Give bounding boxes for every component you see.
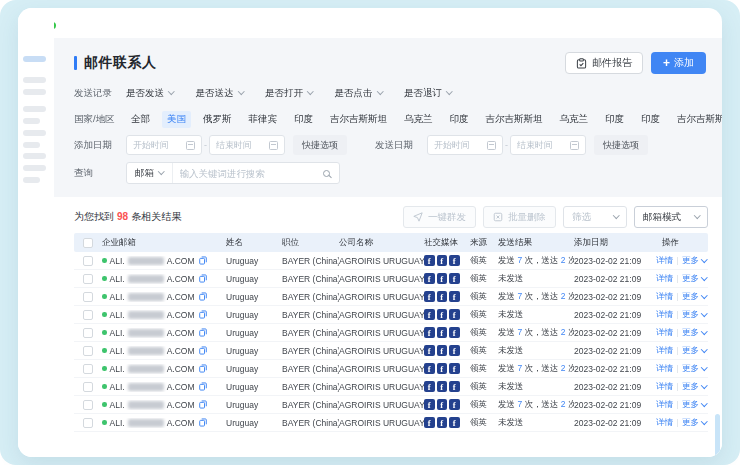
sidebar-item[interactable] xyxy=(23,177,40,183)
row-checkbox[interactable] xyxy=(83,418,93,428)
send-date-end-input[interactable]: 结束时间 xyxy=(510,135,586,155)
detail-link[interactable]: 详情 xyxy=(656,255,673,267)
more-link[interactable]: 更多 xyxy=(682,309,707,321)
country-option[interactable]: 吉尔吉斯斯坦 xyxy=(672,111,722,128)
row-checkbox[interactable] xyxy=(83,346,93,356)
country-option[interactable]: 印度 xyxy=(600,111,629,128)
status-filter-dropdown[interactable]: 是否送达 xyxy=(196,87,244,100)
search-input[interactable] xyxy=(173,168,324,179)
facebook-icon[interactable] xyxy=(437,345,448,356)
sidebar-item[interactable] xyxy=(23,118,40,124)
row-checkbox[interactable] xyxy=(83,364,93,374)
vertical-scrollbar[interactable] xyxy=(715,414,720,457)
status-filter-dropdown[interactable]: 是否退订 xyxy=(404,87,452,100)
more-link[interactable]: 更多 xyxy=(682,255,707,267)
copy-icon[interactable] xyxy=(199,364,207,373)
facebook-icon[interactable] xyxy=(449,255,460,266)
row-checkbox[interactable] xyxy=(83,292,93,302)
copy-icon[interactable] xyxy=(199,328,207,337)
detail-link[interactable]: 详情 xyxy=(656,381,673,393)
facebook-icon[interactable] xyxy=(449,417,460,428)
row-checkbox[interactable] xyxy=(83,256,93,266)
sidebar-item[interactable] xyxy=(23,89,46,95)
facebook-icon[interactable] xyxy=(424,309,435,320)
facebook-icon[interactable] xyxy=(424,381,435,392)
status-filter-dropdown[interactable]: 是否点击 xyxy=(335,87,383,100)
detail-link[interactable]: 详情 xyxy=(656,417,673,429)
facebook-icon[interactable] xyxy=(449,291,460,302)
facebook-icon[interactable] xyxy=(424,417,435,428)
facebook-icon[interactable] xyxy=(449,327,460,338)
more-link[interactable]: 更多 xyxy=(682,273,707,285)
search-icon[interactable] xyxy=(323,170,330,177)
facebook-icon[interactable] xyxy=(437,309,448,320)
facebook-icon[interactable] xyxy=(437,381,448,392)
detail-link[interactable]: 详情 xyxy=(656,345,673,357)
bulk-send-button[interactable]: 一键群发 xyxy=(403,206,476,228)
copy-icon[interactable] xyxy=(199,400,207,409)
detail-link[interactable]: 详情 xyxy=(656,291,673,303)
row-checkbox[interactable] xyxy=(83,310,93,320)
add-date-end-input[interactable]: 结束时间 xyxy=(209,135,285,155)
send-date-quick-options-button[interactable]: 快捷选项 xyxy=(594,135,648,155)
facebook-icon[interactable] xyxy=(424,291,435,302)
add-date-quick-options-button[interactable]: 快捷选项 xyxy=(293,135,347,155)
sidebar-item[interactable] xyxy=(23,106,46,112)
copy-icon[interactable] xyxy=(199,310,207,319)
facebook-icon[interactable] xyxy=(424,273,435,284)
email-report-button[interactable]: 邮件报告 xyxy=(565,52,643,74)
detail-link[interactable]: 详情 xyxy=(656,363,673,375)
facebook-icon[interactable] xyxy=(424,255,435,266)
country-option[interactable]: 印度 xyxy=(289,111,318,128)
status-filter-dropdown[interactable]: 是否打开 xyxy=(265,87,313,100)
country-option[interactable]: 全部 xyxy=(126,111,155,128)
add-date-start-input[interactable]: 开始时间 xyxy=(126,135,202,155)
facebook-icon[interactable] xyxy=(424,363,435,374)
copy-icon[interactable] xyxy=(199,346,207,355)
facebook-icon[interactable] xyxy=(437,255,448,266)
send-date-start-input[interactable]: 开始时间 xyxy=(427,135,503,155)
more-link[interactable]: 更多 xyxy=(682,291,707,303)
detail-link[interactable]: 详情 xyxy=(656,309,673,321)
facebook-icon[interactable] xyxy=(449,273,460,284)
sidebar-item[interactable] xyxy=(23,77,46,83)
copy-icon[interactable] xyxy=(199,382,207,391)
facebook-icon[interactable] xyxy=(424,327,435,338)
more-link[interactable]: 更多 xyxy=(682,345,707,357)
facebook-icon[interactable] xyxy=(437,327,448,338)
search-field-select[interactable]: 邮箱 xyxy=(127,163,173,183)
detail-link[interactable]: 详情 xyxy=(656,273,673,285)
facebook-icon[interactable] xyxy=(437,273,448,284)
country-option[interactable]: 乌克兰 xyxy=(555,111,594,128)
country-option[interactable]: 吉尔吉斯斯坦 xyxy=(481,111,548,128)
country-option[interactable]: 美国 xyxy=(162,111,191,128)
bulk-delete-button[interactable]: 批量删除 xyxy=(483,206,556,228)
copy-icon[interactable] xyxy=(199,292,207,301)
facebook-icon[interactable] xyxy=(424,399,435,410)
row-checkbox[interactable] xyxy=(83,382,93,392)
facebook-icon[interactable] xyxy=(437,291,448,302)
country-option[interactable]: 菲律宾 xyxy=(244,111,283,128)
facebook-icon[interactable] xyxy=(437,417,448,428)
facebook-icon[interactable] xyxy=(424,345,435,356)
country-option[interactable]: 印度 xyxy=(445,111,474,128)
sidebar-item-active[interactable] xyxy=(23,56,46,62)
filter-select[interactable]: 筛选 xyxy=(563,206,627,228)
sidebar-item[interactable] xyxy=(23,165,46,171)
mode-select[interactable]: 邮箱模式 xyxy=(634,206,708,228)
facebook-icon[interactable] xyxy=(449,399,460,410)
sidebar-item[interactable] xyxy=(23,153,46,159)
country-option[interactable]: 俄罗斯 xyxy=(198,111,237,128)
more-link[interactable]: 更多 xyxy=(682,327,707,339)
more-link[interactable]: 更多 xyxy=(682,417,707,429)
facebook-icon[interactable] xyxy=(437,399,448,410)
select-all-checkbox[interactable] xyxy=(83,238,93,248)
country-option[interactable]: 吉尔吉斯斯坦 xyxy=(325,111,392,128)
copy-icon[interactable] xyxy=(199,256,207,265)
country-option[interactable]: 印度 xyxy=(636,111,665,128)
copy-icon[interactable] xyxy=(199,418,207,427)
sidebar-item[interactable] xyxy=(23,130,46,136)
facebook-icon[interactable] xyxy=(449,381,460,392)
country-option[interactable]: 乌克兰 xyxy=(399,111,438,128)
facebook-icon[interactable] xyxy=(437,363,448,374)
